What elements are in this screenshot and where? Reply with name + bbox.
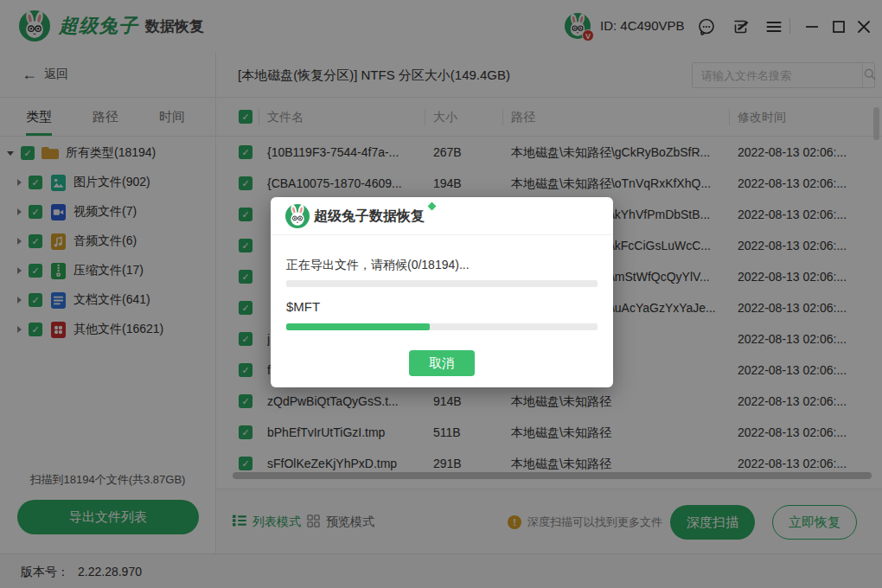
current-file-name: $MFT (286, 299, 320, 314)
export-progress-dialog: 超级兔子数据恢复 正在导出文件，请稍候(0/18194)... $MFT 取消 (271, 197, 613, 387)
overall-progress-track (286, 280, 598, 287)
dialog-header: 超级兔子数据恢复 (271, 197, 613, 235)
file-progress-track (286, 323, 598, 330)
file-progress-fill (286, 323, 430, 330)
cancel-button[interactable]: 取消 (409, 350, 475, 376)
dialog-title: 超级兔子数据恢复 (314, 197, 425, 235)
dialog-rabbit-logo-icon (285, 204, 310, 228)
app-window: 超级兔子 数据恢复 V ID: 4C490VPB ← 返回 类型路径时间 所有类… (0, 0, 882, 588)
diamond-accent-icon (428, 202, 437, 211)
export-status-text: 正在导出文件，请稍候(0/18194)... (286, 258, 470, 273)
